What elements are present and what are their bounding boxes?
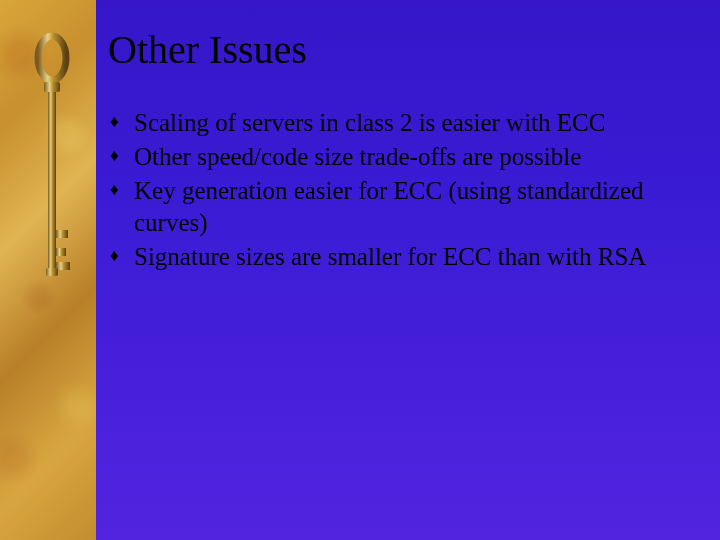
list-item: Other speed/code size trade-offs are pos… (110, 141, 692, 173)
svg-rect-2 (48, 92, 56, 270)
bullet-text: Other speed/code size trade-offs are pos… (134, 143, 581, 170)
svg-point-0 (38, 36, 66, 80)
list-item: Signature sizes are smaller for ECC than… (110, 241, 692, 273)
svg-rect-5 (56, 262, 70, 270)
svg-rect-1 (44, 82, 60, 92)
svg-rect-4 (56, 248, 66, 256)
list-item: Key generation easier for ECC (using sta… (110, 175, 692, 239)
key-icon (32, 30, 72, 330)
bullet-list: Scaling of servers in class 2 is easier … (110, 107, 692, 273)
slide-title: Other Issues (108, 26, 692, 73)
slide-content: Other Issues Scaling of servers in class… (96, 0, 720, 540)
svg-rect-6 (46, 268, 58, 276)
list-item: Scaling of servers in class 2 is easier … (110, 107, 692, 139)
bullet-text: Scaling of servers in class 2 is easier … (134, 109, 605, 136)
bullet-text: Signature sizes are smaller for ECC than… (134, 243, 646, 270)
bullet-text: Key generation easier for ECC (using sta… (134, 177, 644, 236)
decorative-sidebar (0, 0, 96, 540)
svg-rect-3 (56, 230, 68, 238)
